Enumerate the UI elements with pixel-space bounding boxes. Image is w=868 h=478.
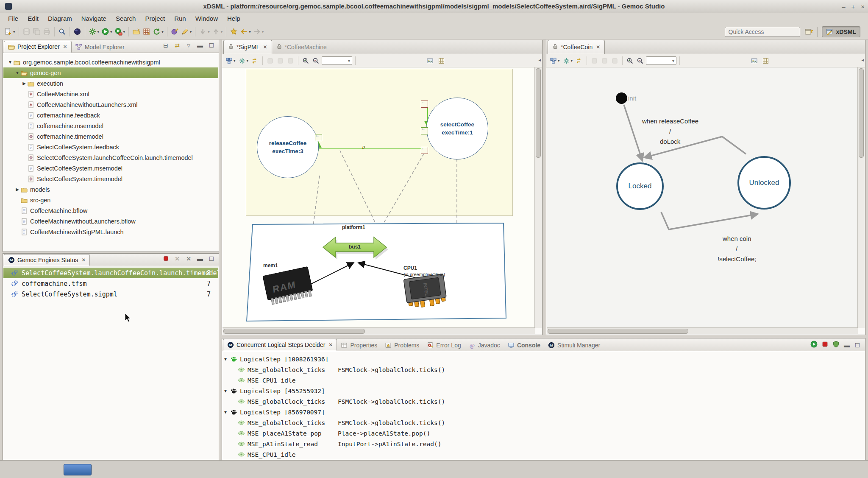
menu-help[interactable]: Help xyxy=(223,14,245,23)
dropdown-caret-icon[interactable]: ▾ xyxy=(161,30,164,34)
tab-gemoc-engines-status[interactable]: M Gemoc Engines Status ✕ xyxy=(4,254,90,266)
collapsed-arrow-icon[interactable]: ▶ xyxy=(14,187,21,192)
tab-concurrent-logical-steps-decider[interactable]: MConcurrent Logical Steps Decider✕ xyxy=(223,339,337,351)
sigpml-canvas[interactable]: INTEL releaseCoffee execTime:3 selectCof… xyxy=(223,67,542,328)
layout-icon[interactable]: ▾ xyxy=(549,56,561,66)
tree-item[interactable]: SelectCoffeeSystem.timemodel xyxy=(3,173,218,184)
skip-icon[interactable]: ▾ xyxy=(88,26,100,37)
editor-tab-coffeecoin[interactable]: *CoffeeCoin✕ xyxy=(548,40,605,54)
view-menu-icon[interactable]: ▽ xyxy=(185,43,192,48)
mse-event-row[interactable]: MSE_CPU1_idle xyxy=(223,375,865,386)
logical-step-row[interactable]: ▼LogicalStep [856970097] xyxy=(223,407,865,417)
layers-icon[interactable] xyxy=(437,56,446,66)
vertical-scrollbar[interactable] xyxy=(857,67,865,328)
minimize-window-icon[interactable]: – xyxy=(842,3,845,10)
logical-step-row[interactable]: ▼LogicalStep [1008261936] xyxy=(223,354,865,364)
palette-collapse-icon[interactable]: ◂ xyxy=(861,57,864,63)
expanded-arrow-icon[interactable]: ▼ xyxy=(14,70,21,75)
back-icon[interactable]: ▾ xyxy=(239,26,252,37)
tab-model-explorer[interactable]: Model Explorer xyxy=(72,42,128,53)
perspective-button-xdsml[interactable]: xDSML xyxy=(822,26,860,37)
close-icon[interactable]: ✕ xyxy=(596,44,600,50)
actor-releasecoffee[interactable]: releaseCoffee execTime:3 xyxy=(257,116,319,178)
dropdown-caret-icon[interactable]: ▾ xyxy=(249,30,251,34)
tree-item[interactable]: ▼gemoc-gen xyxy=(3,67,218,78)
mse-event-row[interactable]: MSE_globalClock_ticksFSMClock->globalClo… xyxy=(223,417,865,428)
tab-console[interactable]: Console xyxy=(504,340,544,351)
tree-item[interactable]: coffemachine.msemodel xyxy=(3,120,218,131)
zoomout-icon[interactable] xyxy=(312,56,320,66)
link-icon[interactable] xyxy=(575,56,584,66)
dropdown-caret-icon[interactable]: ▾ xyxy=(110,30,112,34)
tab-error-log[interactable]: Error Log xyxy=(423,340,465,351)
rundbg-icon[interactable]: ▾ xyxy=(114,26,126,37)
gray-icon[interactable] xyxy=(590,56,599,66)
palette-collapse-icon[interactable]: ◂ xyxy=(538,57,541,63)
link-icon[interactable] xyxy=(250,56,259,66)
run-icon[interactable]: ▾ xyxy=(100,26,113,37)
menu-run[interactable]: Run xyxy=(170,14,191,23)
star-icon[interactable] xyxy=(229,26,239,37)
dropdown-caret-icon[interactable]: ▾ xyxy=(190,30,192,34)
tab-properties[interactable]: Properties xyxy=(337,340,381,351)
editor-tab-coffeemachine[interactable]: *CoffeeMachine xyxy=(272,40,331,54)
fwd-icon[interactable]: ▾ xyxy=(252,26,265,37)
layers-icon[interactable] xyxy=(761,56,770,66)
expanded-arrow-icon[interactable]: ▼ xyxy=(224,410,230,414)
dispose-all-engines-icon[interactable]: ✕ xyxy=(185,255,192,262)
quick-access-input[interactable] xyxy=(725,27,800,37)
maximize-window-icon[interactable]: + xyxy=(851,3,855,10)
gray-icon[interactable] xyxy=(610,56,619,66)
tree-item[interactable]: SelectCoffeeSystem.msemodel xyxy=(3,163,218,173)
horizontal-scrollbar[interactable] xyxy=(223,327,535,334)
tree-item[interactable]: SelectCoffeeSystem.launchCoffeeCoin.laun… xyxy=(3,152,218,163)
editor-tab-sigpml[interactable]: *SigPML✕ xyxy=(223,40,272,54)
maximize-view-icon[interactable]: ☐ xyxy=(854,342,861,349)
maximize-view-icon[interactable]: ☐ xyxy=(208,255,215,262)
taskbar-item[interactable] xyxy=(64,464,92,475)
search-icon[interactable] xyxy=(57,26,67,37)
stop-engine-icon[interactable] xyxy=(162,255,170,262)
expanded-arrow-icon[interactable]: ▼ xyxy=(224,357,230,361)
dropdown-caret-icon[interactable]: ▾ xyxy=(558,59,560,63)
shield-icon[interactable] xyxy=(832,341,840,349)
minimize-view-icon[interactable]: ▬ xyxy=(843,342,850,349)
mse-event-row[interactable]: MSE_globalClock_ticksFSMClock->globalClo… xyxy=(223,396,865,407)
tab-stimuli-manager[interactable]: MStimuli Manager xyxy=(544,340,604,351)
newwiz-icon[interactable] xyxy=(131,26,141,37)
gray-icon[interactable] xyxy=(286,56,295,66)
engine-row[interactable]: SelectCoffeeSystem.sigpml7 xyxy=(3,289,218,299)
engine-row[interactable]: coffemachine.tfsm7 xyxy=(3,278,218,289)
layout-icon[interactable]: ▾ xyxy=(225,56,236,66)
input-port[interactable]: p.. xyxy=(421,147,428,154)
refresh-icon[interactable]: ▾ xyxy=(152,26,164,37)
coffeecoin-canvas[interactable]: init Locked Unlocked when releaseCoffee … xyxy=(547,67,865,328)
logical-step-row[interactable]: ▼LogicalStep [455255932] xyxy=(223,386,865,396)
purple-icon[interactable] xyxy=(170,26,180,37)
dropdown-caret-icon[interactable]: ▾ xyxy=(571,59,573,63)
horizontal-scrollbar[interactable] xyxy=(547,327,858,334)
dropdown-caret-icon[interactable]: ▾ xyxy=(247,59,249,63)
export-image-icon[interactable] xyxy=(426,56,434,66)
mse-event-row[interactable]: MSE_placeA1State_popPlace->placeA1State.… xyxy=(223,428,865,439)
minimize-view-icon[interactable]: ▬ xyxy=(196,255,204,262)
link-editor-icon[interactable]: ⇄ xyxy=(173,42,181,49)
close-window-icon[interactable]: × xyxy=(861,3,865,10)
dropdown-caret-icon[interactable]: ▾ xyxy=(13,30,15,34)
tree-item[interactable]: CoffeeMachinewithSigPML.launch xyxy=(3,226,218,237)
menu-project[interactable]: Project xyxy=(140,14,170,23)
expanded-arrow-icon[interactable]: ▼ xyxy=(224,389,230,393)
menu-window[interactable]: Window xyxy=(191,14,223,23)
expanded-arrow-icon[interactable]: ▼ xyxy=(7,60,14,64)
dropdown-caret-icon[interactable]: ▾ xyxy=(123,30,125,34)
gray-icon[interactable] xyxy=(266,56,275,66)
maximize-view-icon[interactable]: ☐ xyxy=(208,42,215,49)
zoom-level-combo[interactable]: ▾ xyxy=(322,56,352,65)
pencil-icon[interactable]: ▾ xyxy=(180,26,193,37)
zoomout-icon[interactable] xyxy=(636,56,645,66)
dispose-engine-icon[interactable]: ✕ xyxy=(173,255,181,262)
collapse-all-icon[interactable]: ⊟ xyxy=(162,42,170,49)
down-icon[interactable]: ▾ xyxy=(198,26,211,37)
menu-edit[interactable]: Edit xyxy=(23,14,43,23)
tree-item[interactable]: src-gen xyxy=(3,195,218,205)
